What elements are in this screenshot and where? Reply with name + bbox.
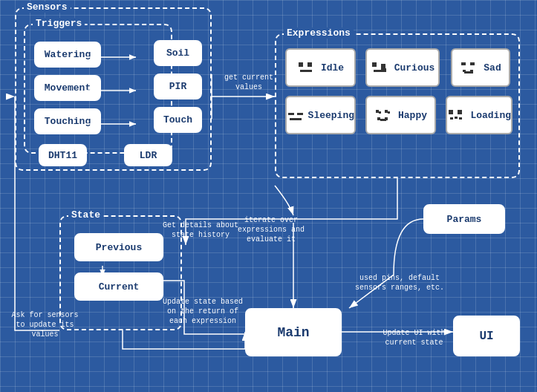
dht11-box[interactable]: DHT11	[39, 144, 87, 166]
svg-rect-14	[290, 118, 302, 120]
iterate-expressions-label: iterate over expressions and evaluate it	[223, 215, 319, 244]
svg-rect-16	[379, 111, 381, 114]
happy-label: Happy	[398, 110, 427, 121]
curious-face-icon	[371, 59, 391, 76]
happy-face-icon	[374, 107, 395, 123]
svg-rect-7	[461, 62, 466, 65]
triggers-label: Triggers	[33, 18, 85, 29]
svg-rect-26	[459, 117, 462, 120]
params-box[interactable]: Params	[423, 204, 505, 234]
svg-rect-8	[470, 62, 475, 65]
curious-box[interactable]: Curious	[365, 48, 440, 87]
svg-rect-11	[470, 70, 473, 72]
idle-box[interactable]: Idle	[285, 48, 356, 87]
svg-rect-1	[307, 62, 312, 67]
svg-rect-10	[463, 70, 466, 72]
svg-rect-5	[374, 70, 384, 72]
svg-rect-0	[299, 62, 303, 67]
svg-rect-17	[385, 110, 388, 113]
svg-rect-2	[300, 70, 312, 72]
touch-box[interactable]: Touch	[154, 107, 202, 133]
sad-box[interactable]: Sad	[451, 48, 510, 87]
sad-face-icon	[460, 59, 481, 76]
sad-label: Sad	[484, 62, 501, 74]
svg-rect-25	[455, 117, 458, 119]
loading-face-icon	[447, 107, 467, 123]
svg-rect-3	[372, 62, 377, 67]
happy-box[interactable]: Happy	[365, 96, 436, 134]
update-state-label: Update state based on the return of each…	[162, 297, 244, 326]
sleeping-label: Sleeping	[308, 110, 354, 121]
svg-rect-22	[449, 110, 453, 114]
svg-rect-19	[377, 117, 380, 120]
svg-rect-24	[450, 117, 453, 120]
main-box[interactable]: Main	[245, 308, 342, 356]
ui-box[interactable]: UI	[453, 316, 520, 356]
touching-box[interactable]: Touching	[34, 108, 101, 134]
watering-box[interactable]: Watering	[34, 42, 101, 68]
ldr-box[interactable]: LDR	[124, 144, 172, 166]
svg-rect-13	[297, 113, 303, 115]
used-pins-label: used pins, default sensors ranges, etc.	[348, 273, 452, 293]
svg-rect-12	[288, 113, 294, 115]
update-ui-label: Update UI with current state	[379, 328, 449, 347]
previous-box[interactable]: Previous	[74, 233, 163, 261]
svg-rect-21	[380, 119, 386, 121]
svg-rect-15	[376, 110, 379, 113]
expressions-label: Expressions	[284, 27, 354, 39]
idle-face-icon	[297, 59, 318, 76]
soil-box[interactable]: Soil	[154, 40, 202, 66]
ask-sensors-label: Ask for sensors to update its values	[6, 310, 84, 339]
expressions-container: Expressions Idle Curious Sad	[275, 33, 520, 178]
idle-label: Idle	[321, 62, 344, 74]
sensors-label: Sensors	[24, 1, 71, 13]
svg-rect-23	[458, 110, 462, 114]
loading-label: Loading	[470, 110, 511, 121]
curious-label: Curious	[394, 62, 435, 74]
current-box[interactable]: Current	[74, 272, 163, 301]
movement-box[interactable]: Movement	[34, 75, 101, 101]
sleeping-face-icon	[287, 107, 305, 123]
svg-rect-18	[388, 111, 390, 114]
svg-rect-6	[384, 68, 386, 72]
triggers-container: Triggers Watering Movement Touching	[24, 24, 172, 154]
sleeping-box[interactable]: Sleeping	[285, 96, 356, 134]
pir-box[interactable]: PIR	[154, 74, 202, 99]
sensors-container: Sensors Triggers Watering Movement Touch…	[15, 7, 212, 171]
get-current-values-label: get current values	[215, 73, 282, 92]
loading-box[interactable]: Loading	[446, 96, 512, 134]
state-label: State	[68, 209, 103, 220]
